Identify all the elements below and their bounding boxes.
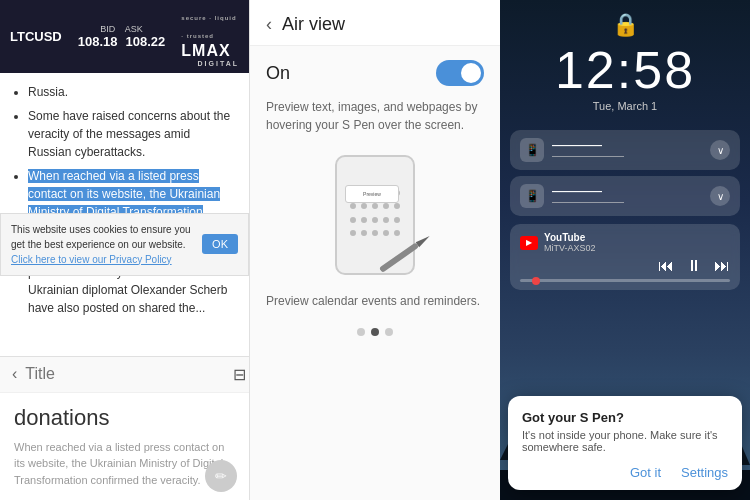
ask-value: 108.22 xyxy=(126,34,166,49)
air-view-desc2: Preview calendar events and reminders. xyxy=(266,294,484,308)
dot-1 xyxy=(357,328,365,336)
spen-dialog-title: Got your S Pen? xyxy=(522,410,728,425)
article-list: Russia. Some have raised concerns about … xyxy=(14,83,235,317)
edit-button[interactable]: ✏ xyxy=(205,460,237,492)
left-top-bar: LTCUSD BID ASK 108.18 108.22 secure · li… xyxy=(0,0,249,73)
bid-value: 108.18 xyxy=(78,34,118,49)
bid-ask-labels: BID ASK xyxy=(78,24,166,34)
book-icon[interactable]: ⊟ xyxy=(233,365,246,384)
air-view-illustration: Preview xyxy=(266,150,484,280)
music-progress-bar xyxy=(520,279,730,282)
svg-marker-1 xyxy=(416,234,432,248)
cookie-text: This website uses cookies to ensure you … xyxy=(11,222,196,267)
note-title: donations xyxy=(14,405,235,431)
logo-sub: DIGITAL xyxy=(181,60,239,67)
lock-icon: 🔒 xyxy=(612,12,639,38)
back-arrow-icon[interactable]: ‹ xyxy=(266,14,272,35)
lock-date: Tue, March 1 xyxy=(555,100,695,112)
youtube-title: YouTube xyxy=(544,232,596,243)
right-panel: 🔒 12:58 Tue, March 1 📱 ————— ———————— ∨ … xyxy=(500,0,750,500)
spen-dialog-buttons: Got it Settings xyxy=(522,465,728,480)
expand-btn-2[interactable]: ∨ xyxy=(710,186,730,206)
notif-sub-2: ———————— xyxy=(552,197,702,207)
notif-content-1: ————— ———————— xyxy=(552,140,702,161)
note-body: When reached via a listed press contact … xyxy=(14,439,235,489)
progress-indicator xyxy=(532,277,540,285)
article-content: Russia. Some have raised concerns about … xyxy=(0,73,249,356)
air-view-title: Air view xyxy=(282,14,345,35)
notif-title-2: ————— xyxy=(552,186,702,197)
air-view-desc1: Preview text, images, and webpages by ho… xyxy=(266,98,484,134)
left-panel: LTCUSD BID ASK 108.18 108.22 secure · li… xyxy=(0,0,250,500)
notification-card-1: 📱 ————— ———————— ∨ xyxy=(510,130,740,170)
ok-button[interactable]: OK xyxy=(202,234,238,254)
page-dots xyxy=(266,320,484,344)
middle-panel: ‹ Air view On Preview text, images, and … xyxy=(250,0,500,500)
bid-ask-display: BID ASK 108.18 108.22 xyxy=(78,24,166,49)
notif-icon-2: 📱 xyxy=(520,184,544,208)
spen-dialog: Got your S Pen? It's not inside your pho… xyxy=(508,396,742,490)
back-icon[interactable]: ‹ xyxy=(12,365,17,383)
lmax-logo: secure · liquid · trusted LMAX DIGITAL xyxy=(181,6,239,67)
expand-btn-1[interactable]: ∨ xyxy=(710,140,730,160)
youtube-track: MiTV-AXS02 xyxy=(544,243,596,253)
notif-icon-1: 📱 xyxy=(520,138,544,162)
list-item: Russia. xyxy=(28,83,235,101)
notification-card-2: 📱 ————— ———————— ∨ xyxy=(510,176,740,216)
notif-title-1: ————— xyxy=(552,140,702,151)
play-pause-icon[interactable]: ⏸ xyxy=(686,257,702,275)
dot-2 xyxy=(371,328,379,336)
spen-dialog-body: It's not inside your phone. Make sure it… xyxy=(522,429,728,453)
notif-sub-1: ———————— xyxy=(552,151,702,161)
prev-track-icon[interactable]: ⏮ xyxy=(658,257,674,275)
popup-preview: Preview xyxy=(345,185,399,203)
bid-ask-values: 108.18 108.22 xyxy=(78,34,166,49)
note-toolbar: ‹ ⊟ 📎 ⋮ xyxy=(0,356,249,392)
dot-3 xyxy=(385,328,393,336)
youtube-info: YouTube MiTV-AXS02 xyxy=(544,232,596,253)
youtube-header: ▶ YouTube MiTV-AXS02 xyxy=(520,232,730,253)
air-view-content: On Preview text, images, and webpages by… xyxy=(250,46,500,500)
toggle-row: On xyxy=(266,60,484,86)
on-off-toggle[interactable] xyxy=(436,60,484,86)
air-view-header: ‹ Air view xyxy=(250,0,500,46)
ticker-label: LTCUSD xyxy=(10,29,62,44)
time-display: 12:58 Tue, March 1 xyxy=(555,40,695,112)
notif-content-2: ————— ———————— xyxy=(552,186,702,207)
panel-footer: ✏ xyxy=(205,460,237,492)
next-track-icon[interactable]: ⏭ xyxy=(714,257,730,275)
cookie-link[interactable]: Click here to view our Privacy Policy xyxy=(11,254,172,265)
notification-cards: 📱 ————— ———————— ∨ 📱 ————— ———————— ∨ ▶ … xyxy=(510,130,740,290)
toggle-label: On xyxy=(266,63,290,84)
cookie-banner: This website uses cookies to ensure you … xyxy=(0,213,249,276)
music-player-card: ▶ YouTube MiTV-AXS02 ⏮ ⏸ ⏭ xyxy=(510,224,740,290)
music-controls: ⏮ ⏸ ⏭ xyxy=(520,257,730,275)
settings-button[interactable]: Settings xyxy=(681,465,728,480)
list-item: Some have raised concerns about the vera… xyxy=(28,107,235,161)
lock-time: 12:58 xyxy=(555,40,695,100)
logo-tagline: secure · liquid · trusted xyxy=(181,15,236,39)
youtube-logo: ▶ xyxy=(520,236,538,250)
got-it-button[interactable]: Got it xyxy=(630,465,661,480)
toolbar-icons: ⊟ 📎 ⋮ xyxy=(233,365,250,384)
title-input[interactable] xyxy=(25,365,225,383)
